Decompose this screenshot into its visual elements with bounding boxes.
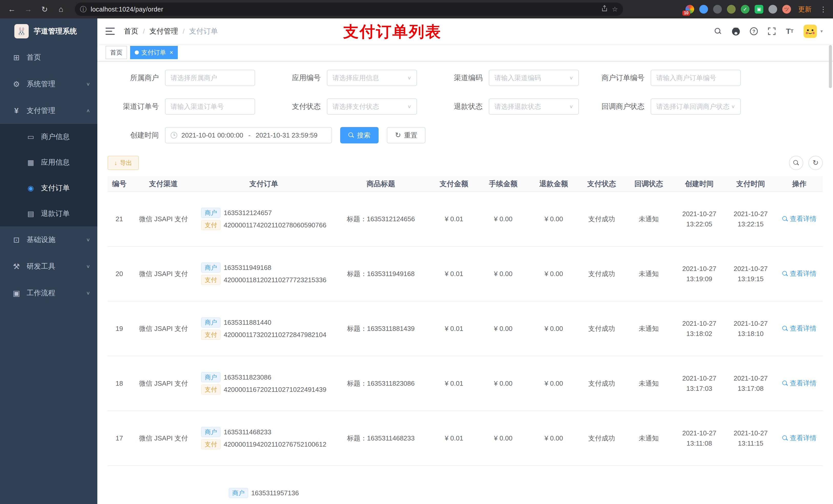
browser-menu-icon[interactable]: ⋮ <box>819 5 828 14</box>
cell-pay-order: 商户 1635311881440 支付 42000011732021102728… <box>196 301 332 356</box>
export-button[interactable]: ↓ 导出 <box>108 156 139 170</box>
browser-chrome: ← → ↻ ⌂ ⓘ localhost:1024/pay/order ☆ 10 … <box>0 0 833 19</box>
channel-transaction-no: 4200001194202110276752100612 <box>223 439 326 450</box>
extension-check-icon[interactable]: ✓ <box>741 5 749 14</box>
merchant-tag: 商户 <box>201 372 220 382</box>
reset-button[interactable]: ↻ 重置 <box>387 127 426 143</box>
view-detail-link[interactable]: 查看详情 <box>782 324 817 333</box>
reload-icon[interactable]: ↻ <box>38 3 51 16</box>
hamburger-icon[interactable] <box>105 28 115 35</box>
merchant-select[interactable] <box>165 70 255 86</box>
cell-fee: ¥ 0.00 <box>478 192 528 246</box>
sidebar-item-app-info[interactable]: 应用信息 <box>0 149 97 175</box>
cell-order-id: 21 <box>108 192 131 246</box>
github-icon[interactable] <box>731 27 740 36</box>
font-size-icon[interactable]: TT <box>785 27 794 36</box>
col-action: 操作 <box>776 176 823 192</box>
tools-icon <box>10 262 23 271</box>
sidebar-item-workflow[interactable]: 工作流程 ∨ <box>0 280 97 306</box>
close-icon[interactable]: × <box>170 49 173 56</box>
sidebar-item-system[interactable]: 系统管理 ∨ <box>0 71 97 97</box>
cell-pay-time: 2021-10-27 13:18:10 <box>725 301 776 356</box>
sidebar-item-merchant-info[interactable]: 商户信息 <box>0 124 97 149</box>
browser-profile-avatar[interactable]: ツ <box>782 5 791 14</box>
magnifier-icon <box>782 381 788 386</box>
extension-colorwheel-icon[interactable]: 10 <box>686 5 694 14</box>
chrome-update-button[interactable]: 更新 <box>796 5 813 14</box>
site-info-icon[interactable]: ⓘ <box>80 5 87 14</box>
view-detail-link[interactable]: 查看详情 <box>782 434 817 442</box>
user-avatar[interactable]: ▾ <box>803 24 823 39</box>
share-icon[interactable] <box>601 5 608 14</box>
filter-label: 渠道编码 <box>431 73 489 83</box>
col-id: 编号 <box>108 176 131 192</box>
sidebar-item-payment[interactable]: 支付管理 ∧ <box>0 97 97 124</box>
svg-text:?: ? <box>752 29 755 34</box>
chevron-up-icon: ∧ <box>86 108 90 114</box>
pay-tag: 支付 <box>201 275 220 285</box>
address-bar[interactable]: ⓘ localhost:1024/pay/order ☆ <box>75 3 623 16</box>
app-logo[interactable]: 🐰 芋道管理系统 <box>0 19 97 44</box>
chevron-down-icon: ∨ <box>407 75 411 81</box>
search-icon[interactable] <box>713 27 722 36</box>
cell-action: 查看详情 <box>776 411 823 465</box>
pay-status-select[interactable]: 请选择支付状态 ∨ <box>327 98 417 115</box>
merchant-tag: 商户 <box>201 427 220 437</box>
chevron-down-icon: ∨ <box>731 104 735 110</box>
sidebar-item-refund-order[interactable]: 退款订单 <box>0 201 97 226</box>
cell-amount: ¥ 0.01 <box>430 411 478 465</box>
tab-home[interactable]: 首页 <box>105 46 127 59</box>
tab-pay-order[interactable]: 支付订单 × <box>130 46 178 59</box>
refresh-table-button[interactable]: ↻ <box>808 156 823 170</box>
cell-title: 标题：1635311468233 <box>332 411 430 465</box>
create-time-range-picker[interactable]: 2021-10-01 00:00:00 - 2021-10-31 23:59:5… <box>165 127 332 143</box>
channel-order-no-input[interactable] <box>165 98 255 115</box>
search-icon <box>348 133 354 138</box>
sidebar-item-dev-tools[interactable]: 研发工具 ∨ <box>0 253 97 280</box>
view-detail-link[interactable]: 查看详情 <box>782 214 817 223</box>
yen-icon <box>10 106 23 115</box>
extension-gray-icon[interactable] <box>713 5 722 14</box>
home-icon[interactable]: ⌂ <box>54 3 68 16</box>
channel-code-select[interactable]: 请输入渠道编码 ∨ <box>489 70 579 86</box>
refund-status-select[interactable]: 请选择退款状态 ∨ <box>489 98 579 115</box>
sidebar-item-infrastructure[interactable]: 基础设施 ∨ <box>0 226 97 253</box>
cell-status: 支付成功 <box>579 192 624 246</box>
merchant-order-no-input[interactable] <box>651 70 741 86</box>
date-end: 2021-10-31 23:59:59 <box>256 131 317 139</box>
table-row: 18 微信 JSAPI 支付 商户 1635311823086 支付 <box>108 356 823 411</box>
extension-badge: 10 <box>682 10 690 16</box>
bookmark-star-icon[interactable]: ☆ <box>612 5 618 13</box>
magnifier-icon <box>782 271 788 277</box>
extension-olive-icon[interactable] <box>727 5 736 14</box>
app-id-select[interactable]: 请选择应用信息 ∨ <box>327 70 417 86</box>
cell-amount: ¥ 0.01 <box>430 192 478 246</box>
cell-notify: 未通知 <box>624 411 673 465</box>
sidebar-item-home[interactable]: 首页 <box>0 44 97 71</box>
fullscreen-icon[interactable] <box>767 27 777 36</box>
toggle-search-button[interactable] <box>789 156 803 170</box>
pay-order-table: 编号 支付渠道 支付订单 商品标题 支付金额 手续金额 退款金额 支付状态 回调… <box>108 176 823 504</box>
search-button[interactable]: 搜索 <box>340 127 379 143</box>
extension-chat-icon[interactable]: ▣ <box>755 5 763 14</box>
help-icon[interactable]: ? <box>749 27 759 36</box>
notify-status-select[interactable]: 请选择订单回调商户状态 ∨ <box>651 98 741 115</box>
chevron-down-icon: ∨ <box>86 290 90 296</box>
view-detail-link[interactable]: 查看详情 <box>782 379 817 388</box>
extensions-puzzle-icon[interactable] <box>768 5 777 14</box>
cell-pay-order: 商户 1635312124657 支付 42000011742021102780… <box>196 192 332 246</box>
sidebar-item-pay-order[interactable]: 支付订单 <box>0 175 97 201</box>
cell-fee: ¥ 0.00 <box>478 301 528 356</box>
cell-refund: ¥ 0.00 <box>528 246 579 301</box>
chevron-down-icon: ∨ <box>407 104 411 110</box>
cell-pay-time: 2021-10-27 13:17:08 <box>725 356 776 411</box>
breadcrumb-payment[interactable]: 支付管理 <box>149 26 178 36</box>
view-detail-link[interactable]: 查看详情 <box>782 269 817 278</box>
forward-icon[interactable]: → <box>22 3 35 16</box>
filter-row-1: 所属商户 应用编号 请选择应用信息 ∨ 渠道编码 请输入渠道编码 ∨ <box>108 70 823 86</box>
breadcrumb-home[interactable]: 首页 <box>124 26 138 36</box>
cell-channel: 微信 JSAPI 支付 <box>131 301 196 356</box>
back-icon[interactable]: ← <box>5 3 19 16</box>
col-title: 商品标题 <box>332 176 430 192</box>
extension-pin-icon[interactable] <box>699 5 708 14</box>
